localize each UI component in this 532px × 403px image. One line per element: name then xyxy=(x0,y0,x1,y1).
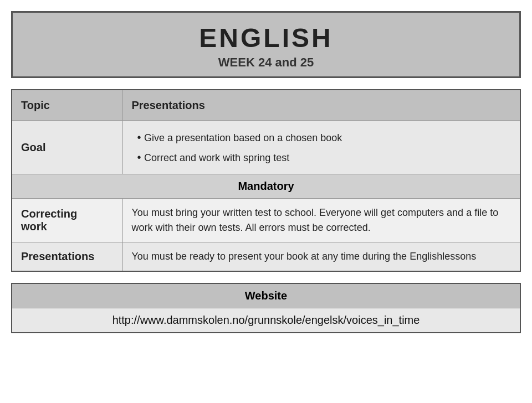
page-wrapper: ENGLISH WEEK 24 and 25 Topic Presentatio… xyxy=(11,11,521,333)
correcting-label: Correctingwork xyxy=(12,199,122,242)
topic-row: Topic Presentations xyxy=(12,90,520,121)
goal-row: Goal Give a presentation based on a chos… xyxy=(12,121,520,174)
presentations-label: Presentations xyxy=(12,242,122,272)
mandatory-label: Mandatory xyxy=(12,174,520,199)
presentations-row: Presentations You must be ready to prese… xyxy=(12,242,520,272)
goal-item-2: Correct and work with spring test xyxy=(137,147,511,167)
header-box: ENGLISH WEEK 24 and 25 xyxy=(11,11,521,78)
mandatory-row: Mandatory xyxy=(12,174,520,199)
topic-label: Topic xyxy=(12,90,122,121)
goal-item-1: Give a presentation based on a chosen bo… xyxy=(137,127,511,147)
website-section: Website http://www.dammskolen.no/grunnsk… xyxy=(11,283,521,333)
correcting-work-row: Correctingwork You must bring your writt… xyxy=(12,199,520,242)
goal-label: Goal xyxy=(12,121,122,174)
content-table: Topic Presentations Goal Give a presenta… xyxy=(11,89,521,272)
page-title: ENGLISH xyxy=(24,23,508,53)
goal-value: Give a presentation based on a chosen bo… xyxy=(122,121,520,174)
goal-list: Give a presentation based on a chosen bo… xyxy=(132,127,511,167)
topic-value: Presentations xyxy=(122,90,520,121)
presentations-text: You must be ready to present your book a… xyxy=(122,242,520,272)
page-subtitle: WEEK 24 and 25 xyxy=(24,55,508,70)
website-header-label: Website xyxy=(12,284,520,308)
website-url: http://www.dammskolen.no/grunnskole/enge… xyxy=(12,308,520,332)
correcting-text: You must bring your written test to scho… xyxy=(122,199,520,242)
